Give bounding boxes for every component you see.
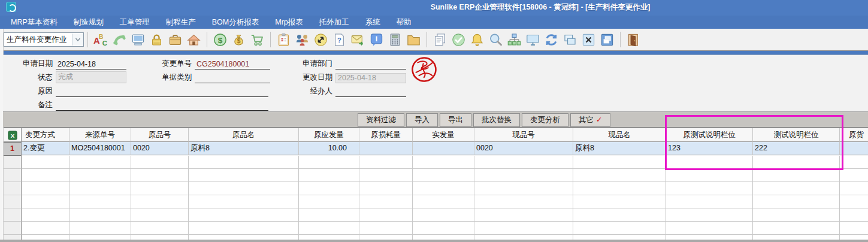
excel-export-icon[interactable]: X — [4, 128, 22, 142]
cascade-windows-icon[interactable] — [561, 31, 579, 49]
detail-grid: X 变更方式 来源单号 原品号 原品名 原应发量 原损耗量 实发量 现品号 现品… — [4, 127, 868, 242]
status-label: 状态 — [12, 72, 53, 83]
transfer-arrows-icon[interactable] — [311, 31, 330, 49]
dollar-coin-icon[interactable]: $ — [211, 31, 229, 49]
users-icon[interactable] — [293, 31, 311, 49]
col-orig-test-note[interactable]: 原测试说明栏位 — [666, 128, 753, 142]
menu-mrp-base[interactable]: MRP基本资料 — [11, 17, 58, 28]
menu-process-production[interactable]: 制程生产 — [166, 17, 196, 28]
restore-window-icon[interactable] — [598, 31, 616, 49]
col-new-part-no[interactable]: 现品号 — [474, 128, 573, 142]
apply-dept-field[interactable] — [335, 68, 406, 69]
remark-label: 备注 — [12, 100, 53, 111]
change-analysis-button[interactable]: 变更分析 — [522, 113, 568, 127]
send-mail-icon[interactable] — [349, 31, 367, 49]
svg-text:X: X — [10, 132, 14, 139]
col-test-note[interactable]: 测试说明栏位 — [753, 128, 840, 142]
check-mark-icon: ✓ — [596, 116, 602, 124]
grid-action-bar: 资料过滤 导入 导出 批次替换 变更分析 其它✓ — [3, 111, 868, 127]
calculator-icon[interactable] — [386, 31, 404, 49]
monitor-icon[interactable] — [524, 31, 542, 49]
sitemap-icon[interactable] — [505, 31, 524, 49]
close-window-icon[interactable] — [579, 31, 598, 49]
cell-orig-test-note[interactable]: 123 — [666, 142, 753, 155]
reason-field[interactable] — [56, 96, 268, 97]
search-icon[interactable] — [486, 31, 505, 49]
col-source-no[interactable]: 来源单号 — [69, 128, 131, 142]
import-button[interactable]: 导入 — [406, 113, 438, 127]
menu-system[interactable]: 系统 — [365, 17, 380, 28]
phone-icon[interactable] — [110, 31, 129, 49]
menu-workorder[interactable]: 工单管理 — [120, 17, 150, 28]
document-help-icon[interactable]: ? — [330, 31, 349, 49]
menu-bom-report[interactable]: BOM分析报表 — [212, 17, 259, 28]
exit-door-icon[interactable] — [624, 31, 643, 49]
toolbar: 生产料件变更作业 ABC $ $ ? i — [0, 29, 868, 50]
col-orig-loss-qty[interactable]: 原损耗量 — [359, 128, 413, 142]
panel-divider — [0, 50, 868, 55]
menu-help[interactable]: 帮助 — [397, 17, 412, 28]
batch-replace-button[interactable]: 批次替换 — [473, 113, 520, 127]
cell-source-no[interactable]: MO2504180001 — [69, 142, 131, 155]
menu-outsourcing[interactable]: 托外加工 — [319, 17, 349, 28]
folder-icon[interactable] — [404, 31, 423, 49]
money-bag-icon[interactable]: $ — [229, 31, 248, 49]
grid-empty-row — [4, 195, 868, 208]
refresh-icon[interactable] — [542, 31, 561, 49]
other-button[interactable]: 其它✓ — [570, 113, 610, 127]
bell-icon[interactable] — [468, 31, 486, 49]
cell-test-note[interactable]: 222 — [753, 142, 840, 155]
toolbar-separator — [620, 32, 621, 47]
row-number[interactable]: 1 — [4, 142, 22, 156]
modify-date-label: 更改日期 — [294, 72, 332, 83]
menu-mrp-report[interactable]: Mrp报表 — [275, 17, 303, 28]
briefcase-icon[interactable] — [166, 31, 185, 49]
change-no-field[interactable]: CG2504180001 — [195, 60, 270, 69]
shopping-cart-icon[interactable] — [248, 31, 267, 49]
cell-actual-issue-qty[interactable] — [413, 142, 474, 155]
ok-check-icon[interactable] — [449, 31, 468, 49]
toolbar-separator — [270, 32, 271, 47]
doc-type-field[interactable] — [195, 82, 270, 83]
lock-icon[interactable] — [147, 31, 166, 49]
cell-orig-loss-qty[interactable] — [359, 142, 413, 155]
export-button[interactable]: 导出 — [440, 113, 471, 127]
home-icon[interactable] — [185, 31, 203, 49]
approval-seal-stamp — [410, 55, 438, 84]
grid-empty-row — [4, 182, 868, 195]
col-clipped[interactable]: 原货 — [840, 128, 868, 142]
toolbar-separator — [427, 32, 427, 47]
info-icon[interactable]: i — [367, 31, 386, 49]
checklist-icon[interactable] — [274, 31, 293, 49]
computer-icon[interactable] — [129, 31, 147, 49]
copy-documents-icon[interactable] — [431, 31, 449, 49]
col-actual-issue-qty[interactable]: 实发量 — [413, 128, 474, 142]
chevron-down-icon[interactable] — [72, 34, 83, 46]
cell-orig-part-name[interactable]: 原料8 — [189, 142, 299, 155]
col-new-part-name[interactable]: 现品名 — [573, 128, 666, 142]
apply-date-label: 申请日期 — [12, 59, 53, 69]
module-selector[interactable]: 生产料件变更作业 — [4, 32, 84, 47]
cell-orig-issue-qty[interactable]: 10.00 — [299, 142, 359, 155]
menu-manufacture-plan[interactable]: 制造规划 — [74, 17, 104, 28]
svg-text:$: $ — [237, 38, 241, 44]
handler-field[interactable] — [335, 96, 406, 97]
change-no-label: 变更单号 — [153, 59, 192, 69]
col-orig-part-name[interactable]: 原品名 — [189, 128, 299, 142]
apply-date-field[interactable]: 2025-04-18 — [56, 60, 126, 69]
cell-change-type[interactable]: 2.变更 — [22, 142, 69, 155]
cell-clipped[interactable] — [840, 142, 868, 155]
col-change-type[interactable]: 变更方式 — [22, 128, 69, 142]
col-orig-issue-qty[interactable]: 原应发量 — [299, 128, 359, 142]
abc-icon[interactable]: ABC — [92, 31, 110, 49]
reason-label: 原因 — [12, 86, 53, 97]
cell-orig-part-no[interactable]: 0020 — [131, 142, 189, 155]
remark-field[interactable] — [56, 110, 268, 111]
document-header-form: 申请日期 2025-04-18 变更单号 CG2504180001 申请部门 状… — [3, 55, 868, 111]
filter-data-button[interactable]: 资料过滤 — [358, 113, 404, 127]
cell-new-part-no[interactable]: 0020 — [474, 142, 573, 155]
cell-new-part-name[interactable]: 原料8 — [573, 142, 666, 155]
grid-empty-rows — [4, 156, 868, 242]
col-orig-part-no[interactable]: 原品号 — [131, 128, 189, 142]
grid-empty-row — [4, 156, 868, 169]
